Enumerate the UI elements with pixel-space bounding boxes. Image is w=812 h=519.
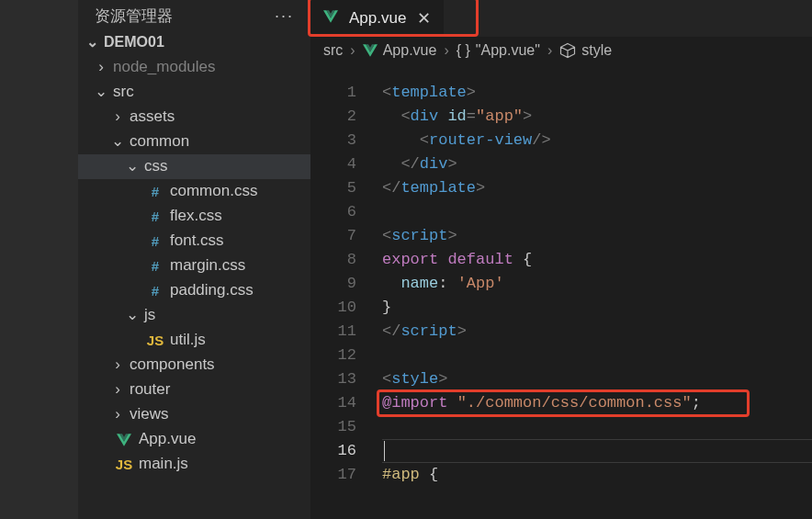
tab-app-vue[interactable]: App.vue ✕ [310,0,444,37]
line-gutter: 1234567891011121314151617 [310,81,382,487]
tree-item-label: main.js [139,452,188,476]
tree-item[interactable]: ›assets [78,105,310,130]
line-number: 3 [310,129,356,152]
line-number: 12 [310,344,356,367]
more-icon[interactable]: ··· [275,6,294,26]
explorer-header: 资源管理器 ··· [78,2,310,30]
line-number: 17 [310,463,356,487]
tree-item-label: padding.css [170,278,254,302]
tab-bar: App.vue ✕ [310,0,812,37]
explorer-section[interactable]: ⌄ DEMO01 [78,30,310,53]
line-number: 2 [310,105,356,129]
tab-filename: App.vue [349,9,406,28]
explorer-sidebar: 资源管理器 ··· ⌄ DEMO01 ›node_modules⌄src›ass… [78,0,310,519]
line-number: 14 [310,391,356,415]
section-name: DEMO01 [104,34,164,51]
explorer-title: 资源管理器 [95,6,173,27]
line-number: 16 [310,439,356,463]
tree-item[interactable]: ⌄src [78,80,310,105]
line-number: 6 [310,200,356,224]
tree-item[interactable]: util.js [78,328,310,353]
css-icon [146,231,164,252]
tree-item[interactable]: ›components [78,353,310,378]
tree-item-label: assets [130,105,175,129]
tree-item[interactable]: ›views [78,402,310,427]
tree-item-label: views [130,402,169,426]
js-icon [146,330,164,351]
chevron-right-icon: › [350,42,355,59]
tree-item[interactable]: flex.css [78,204,310,229]
tree-item[interactable]: margin.css [78,254,310,278]
chevron-icon: › [111,378,124,401]
chevron-icon: ⌄ [126,154,139,178]
css-icon [146,280,164,301]
braces-icon: { } [457,42,470,59]
breadcrumb-item[interactable]: style [559,42,612,59]
chevron-icon: › [111,402,124,426]
chevron-right-icon: › [444,42,448,59]
tree-item[interactable]: ⌄css [78,154,310,179]
tree-item-label: css [144,154,168,178]
breadcrumb-item[interactable]: { } "App.vue" [457,42,540,59]
line-number: 15 [310,415,356,439]
css-icon [146,181,164,202]
tree-item[interactable]: ›node_modules [78,55,310,80]
code-editor[interactable]: 1234567891011121314151617 <template> <di… [310,64,812,487]
breadcrumb-item[interactable]: src [323,42,343,59]
close-icon[interactable]: ✕ [417,8,431,28]
line-number: 8 [310,248,356,272]
chevron-icon: › [111,353,124,377]
text-cursor [384,441,385,461]
chevron-icon: ⌄ [95,80,107,104]
tree-item[interactable]: padding.css [78,278,310,303]
tree-item-label: src [113,80,134,104]
tree-item[interactable]: main.js [78,452,310,477]
vue-icon [115,433,133,447]
tree-item[interactable]: common.css [78,179,310,204]
vue-icon [323,9,338,28]
line-number: 10 [310,296,356,320]
editor-area: App.vue ✕ src › App.vue › { } "App.vue" … [310,0,812,519]
line-number: 1 [310,81,356,105]
breadcrumb-item[interactable]: App.vue [363,42,437,59]
tree-item-label: components [130,353,215,377]
css-icon [146,255,164,276]
tree-item-label: js [144,303,155,327]
tree-item-label: App.vue [139,427,196,451]
tree-item-label: flex.css [170,204,222,228]
line-number: 13 [310,367,356,391]
tree-item-label: margin.css [170,254,245,277]
tree-item-label: font.css [170,229,224,253]
tree-item[interactable]: font.css [78,229,310,254]
tree-item-label: router [130,378,170,401]
line-number: 5 [310,176,356,200]
chevron-down-icon: ⌄ [85,33,98,51]
tree-item[interactable]: App.vue [78,427,310,452]
tree-item-label: common [130,130,189,153]
chevron-icon: › [95,55,107,79]
line-number: 7 [310,224,356,248]
line-number: 4 [310,152,356,176]
tree-item[interactable]: ⌄js [78,303,310,328]
chevron-right-icon: › [547,42,552,59]
tree-item[interactable]: ⌄common [78,130,310,154]
line-number: 11 [310,320,356,344]
js-icon [115,454,133,475]
tree-item-label: common.css [170,179,257,203]
breadcrumb[interactable]: src › App.vue › { } "App.vue" › style [310,37,812,64]
tree-item-label: node_modules [113,55,216,79]
line-number: 9 [310,272,356,296]
chevron-icon: ⌄ [126,303,139,327]
chevron-icon: ⌄ [111,130,124,153]
code-content[interactable]: <template> <div id="app"> <router-view/>… [382,81,812,487]
chevron-icon: › [111,105,124,129]
tree-item-label: util.js [170,328,206,352]
current-line-highlight [382,439,812,463]
css-icon [146,206,164,227]
file-tree: ›node_modules⌄src›assets⌄common⌄csscommo… [78,53,310,477]
tree-item[interactable]: ›router [78,378,310,402]
activity-bar [0,0,78,519]
